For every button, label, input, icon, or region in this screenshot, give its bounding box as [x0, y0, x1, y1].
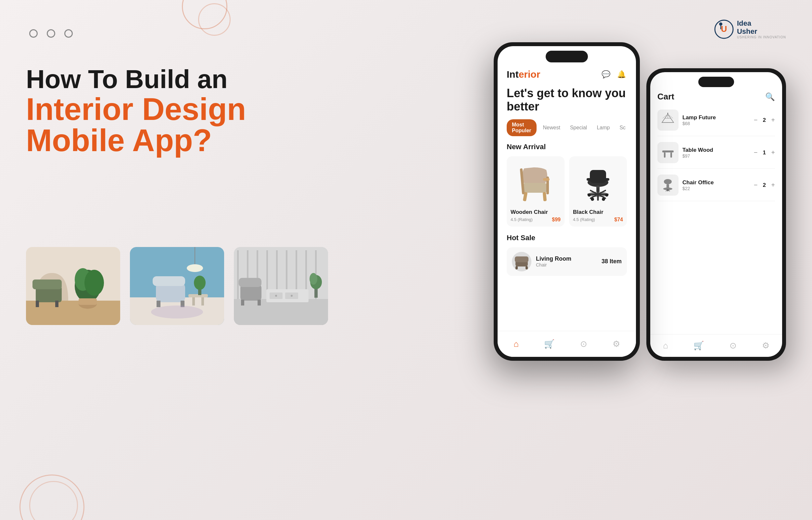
logo-svg: U — [714, 20, 734, 39]
black-chair-img — [573, 160, 623, 206]
tab-sc[interactable]: Sc — [616, 122, 629, 133]
cart-item-chair-office: Chair Office $22 − 2 + — [657, 175, 775, 201]
svg-rect-32 — [237, 250, 239, 299]
wooden-chair-meta: 4.5 (Rating) $99 — [511, 217, 561, 223]
svg-point-52 — [310, 273, 317, 285]
tab-lamp[interactable]: Lamp — [593, 122, 613, 133]
top-dots — [29, 29, 73, 38]
svg-rect-49 — [258, 300, 261, 306]
svg-text:U: U — [721, 24, 727, 34]
dot-3 — [64, 29, 73, 38]
room-image-1 — [26, 247, 120, 325]
headline-line1: How To Build an — [26, 65, 247, 94]
search-icon-cart[interactable]: 🔍 — [765, 92, 775, 101]
logo-text: Idea Usher USHERING IN INNOVATION — [737, 20, 786, 39]
svg-rect-95 — [526, 266, 528, 269]
interior-images — [26, 247, 328, 325]
nav-search-back[interactable]: ⊙ — [729, 341, 737, 351]
svg-point-28 — [194, 276, 205, 290]
cart-item-table: Table Wood $97 − 1 + — [657, 142, 775, 169]
nav-settings-back[interactable]: ⚙ — [762, 341, 769, 351]
svg-rect-77 — [543, 178, 550, 181]
nav-home-back[interactable]: ⌂ — [663, 341, 668, 351]
headline-line3: Mobile App? — [26, 125, 247, 156]
table-qty: 1 — [761, 150, 768, 156]
hot-sale-count-area: 38 Item — [601, 258, 622, 265]
logo-usher: Usher — [737, 28, 786, 35]
nav-home-front[interactable]: ⌂ — [513, 339, 519, 349]
table-minus[interactable]: − — [754, 149, 758, 156]
room-image-3 — [234, 247, 328, 325]
lamp-plus[interactable]: + — [771, 116, 775, 124]
svg-rect-90 — [587, 178, 591, 181]
lamp-minus[interactable]: − — [754, 116, 758, 124]
dot-1 — [29, 29, 38, 38]
greeting-text: Let's get to know you better — [507, 86, 627, 113]
room3-svg — [234, 247, 328, 325]
category-tabs: Most Populer Newest Special Lamp Sc — [507, 119, 627, 136]
cart-content: Cart 🔍 — [650, 72, 782, 357]
logo: U Idea Usher USHERING IN INNOVATION — [714, 20, 786, 39]
chair-qty: 2 — [761, 182, 768, 188]
black-chair-price: $74 — [614, 217, 623, 223]
tab-newest[interactable]: Newest — [540, 122, 563, 133]
message-icon[interactable]: 💬 — [600, 69, 611, 80]
nav-settings-front[interactable]: ⚙ — [613, 339, 620, 349]
black-chair-meta: 4.5 (Rating) $74 — [573, 217, 623, 223]
office-chair-svg — [661, 178, 675, 192]
logo-idea: Idea — [737, 20, 786, 27]
cart-item-info-lamp: Lamp Future $68 — [682, 114, 750, 126]
svg-point-65 — [664, 179, 672, 184]
wooden-chair-rating: 4.5 (Rating) — [511, 217, 533, 222]
bell-icon[interactable]: 🔔 — [616, 69, 627, 80]
cart-qty-lamp: − 2 + — [754, 116, 775, 124]
table-svg — [661, 145, 675, 160]
svg-point-45 — [291, 295, 292, 297]
chair-office-name: Chair Office — [682, 179, 750, 186]
hot-sale-sub: Chair — [536, 262, 597, 267]
app-content: Interior 💬 🔔 Let's get to know you bette… — [498, 46, 636, 357]
chair-minus[interactable]: − — [754, 181, 758, 189]
deco-circle-2 — [198, 3, 231, 36]
svg-rect-79 — [590, 170, 606, 183]
svg-rect-22 — [157, 301, 161, 307]
phone-back-screen: Cart 🔍 — [650, 72, 782, 357]
svg-rect-91 — [605, 178, 609, 181]
hot-sale-item[interactable]: Living Room Chair 38 Item — [507, 247, 627, 276]
cart-qty-chair: − 2 + — [754, 181, 775, 189]
dot-2 — [47, 29, 55, 38]
black-chair-rating: 4.5 (Rating) — [573, 217, 595, 222]
svg-rect-64 — [670, 152, 672, 158]
nav-search-front[interactable]: ⊙ — [580, 339, 587, 349]
tab-most-popular[interactable]: Most Populer — [507, 119, 537, 136]
svg-point-19 — [187, 264, 203, 272]
table-plus[interactable]: + — [771, 149, 775, 156]
nav-cart-back[interactable]: 🛒 — [694, 341, 704, 351]
section-hot-sale: Hot Sale — [507, 234, 627, 242]
bottom-nav-front: ⌂ 🛒 ⊙ ⚙ — [498, 331, 636, 357]
nav-cart-front[interactable]: 🛒 — [544, 339, 554, 349]
svg-point-29 — [151, 306, 203, 318]
wooden-chair-img — [511, 160, 561, 206]
chair-office-price: $22 — [682, 186, 750, 191]
svg-rect-94 — [515, 266, 518, 269]
wooden-chair-name: Wooden Chair — [511, 209, 561, 215]
headline-line2: Interior Design — [26, 94, 247, 125]
svg-rect-62 — [662, 151, 674, 152]
product-card-wooden[interactable]: Wooden Chair 4.5 (Rating) $99 — [507, 156, 564, 227]
svg-rect-21 — [153, 276, 185, 286]
lamp-name: Lamp Future — [682, 114, 750, 121]
svg-point-86 — [588, 193, 591, 197]
svg-point-13 — [84, 270, 104, 296]
left-content: How To Build an Interior Design Mobile A… — [26, 65, 247, 156]
svg-point-88 — [591, 198, 594, 201]
chair-plus[interactable]: + — [771, 181, 775, 189]
header-icons: 💬 🔔 — [600, 69, 627, 80]
app-header: Interior 💬 🔔 — [507, 69, 627, 80]
phones-container: Cart 🔍 — [494, 42, 786, 465]
tab-special[interactable]: Special — [567, 122, 590, 133]
product-card-black[interactable]: Black Chair 4.5 (Rating) $74 — [569, 156, 627, 227]
lamp-qty: 2 — [761, 117, 768, 124]
svg-point-71 — [667, 189, 669, 191]
svg-rect-26 — [201, 297, 204, 306]
